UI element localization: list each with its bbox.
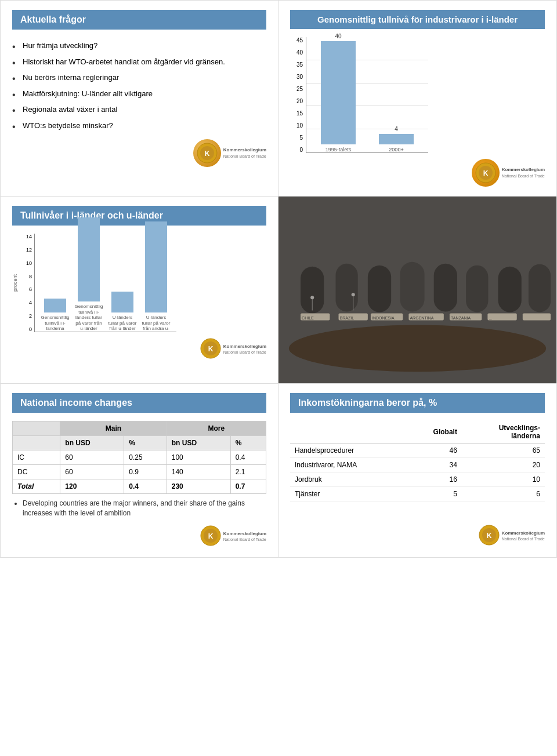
table-row: DC 60 0.9 140 2.1 bbox=[13, 465, 266, 479]
logo-line1-3: Kommerskollegium bbox=[223, 344, 266, 350]
logo-line1: Kommerskollegium bbox=[223, 147, 266, 153]
third-row: National income changes Main More bn USD… bbox=[0, 384, 557, 558]
bar-col-2: 4 2000+ bbox=[376, 126, 417, 152]
top-row: Aktuella frågor Hur främja utveckling? H… bbox=[0, 0, 557, 197]
row3-label: Total bbox=[13, 479, 60, 494]
third-right-title: Inkomstökningarna beror på, % bbox=[290, 393, 545, 413]
logo-text-4: Kommerskollegium National Board of Trade bbox=[223, 531, 266, 542]
logo-text: Kommerskollegium National Board of Trade bbox=[223, 147, 266, 158]
inkomst-row2-label: Industrivaror, NAMA bbox=[290, 458, 407, 472]
inkomst-row-1: Handelsprocedurer 46 65 bbox=[290, 444, 545, 458]
top-right-title: Genomsnittlig tullnivå för industrivaror… bbox=[290, 10, 545, 29]
row2-bnusd1: 60 bbox=[60, 465, 124, 479]
logo-container-4: K Kommerskollegium National Board of Tra… bbox=[200, 525, 266, 548]
y10: 10 bbox=[290, 122, 303, 129]
table-row-total: Total 120 0.4 230 0.7 bbox=[13, 479, 266, 494]
y25: 25 bbox=[290, 86, 303, 92]
sy6: 6 bbox=[21, 286, 32, 292]
bar-col-1: 40 1995-talets bbox=[318, 33, 359, 152]
row1-bnusd2: 100 bbox=[167, 450, 230, 465]
logo-icon-5: K bbox=[479, 525, 500, 547]
third-left-title: National income changes bbox=[12, 393, 266, 413]
third-left-logo-area: K Kommerskollegium National Board of Tra… bbox=[12, 525, 266, 548]
logo-container-2: K Kommerskollegium National Board of Tra… bbox=[472, 159, 545, 187]
bar1-label-top: 40 bbox=[335, 33, 341, 39]
second-right-panel: CHILE BRAZIL INDONESIA ARGENTINA TANZANI… bbox=[278, 197, 557, 384]
inkomst-row4-globalt: 5 bbox=[407, 487, 462, 501]
inkomst-row2-globalt: 34 bbox=[407, 458, 462, 472]
row3-pct2: 0.7 bbox=[230, 479, 266, 494]
inkomst-th-empty bbox=[290, 421, 407, 444]
second-left-logo-area: K Kommerskollegium National Board of Tra… bbox=[12, 338, 266, 361]
footnote-list: Developing countries are the major winne… bbox=[12, 494, 266, 519]
inkomst-row-2: Industrivaror, NAMA 34 20 bbox=[290, 458, 545, 472]
third-right-panel: Inkomstökningarna beror på, % Globalt Ut… bbox=[278, 384, 557, 558]
th-bnusd2: bn USD bbox=[167, 436, 230, 450]
y45: 45 bbox=[290, 37, 303, 43]
top-left-panel: Aktuella frågor Hur främja utveckling? H… bbox=[0, 0, 278, 197]
small-bar-col-4: U-länders tullar på varor från andra u- bbox=[142, 221, 171, 332]
second-chart-y-label: procent bbox=[12, 234, 18, 332]
sy14: 14 bbox=[21, 234, 32, 239]
inkomst-row3-utveck: 10 bbox=[462, 472, 545, 487]
third-right-logo-area: K Kommerskollegium National Board of Tra… bbox=[290, 525, 545, 547]
table-row: IC 60 0.25 100 0.4 bbox=[13, 450, 266, 465]
second-chart-y-axis: 0 2 4 6 8 10 12 14 bbox=[21, 234, 32, 332]
logo-line2-4: National Board of Trade bbox=[223, 537, 266, 542]
logo-line1-5: Kommerskollegium bbox=[502, 530, 545, 536]
small-bar2-x: Genomsnittlig tullnivå i i-länders tulla… bbox=[74, 304, 103, 332]
y40: 40 bbox=[290, 49, 303, 56]
inkomst-table: Globalt Utvecklings-länderna Handelsproc… bbox=[290, 421, 545, 501]
th-pct1: % bbox=[124, 436, 167, 450]
y5: 5 bbox=[290, 135, 303, 141]
logo-container-3: K Kommerskollegium National Board of Tra… bbox=[200, 338, 266, 361]
svg-text:K: K bbox=[208, 345, 213, 353]
logo-container-5: K Kommerskollegium National Board of Tra… bbox=[479, 525, 545, 547]
inkomst-row1-label: Handelsprocedurer bbox=[290, 444, 407, 458]
logo-svg-5: K bbox=[479, 525, 500, 546]
top-left-bullets: Hur främja utveckling? Historiskt har WT… bbox=[12, 38, 266, 133]
row2-pct2: 2.1 bbox=[230, 465, 266, 479]
logo-text-3: Kommerskollegium National Board of Trade bbox=[223, 344, 266, 355]
logo-line2-5: National Board of Trade bbox=[502, 536, 545, 541]
inkomst-row3-globalt: 16 bbox=[407, 472, 462, 487]
second-chart-inner: Genomsnittlig tullnivå i i-länderna Geno… bbox=[34, 234, 176, 332]
inkomst-row-4: Tjänster 5 6 bbox=[290, 487, 545, 501]
logo-icon: K bbox=[193, 139, 221, 167]
inkomst-th-utveck: Utvecklings-länderna bbox=[462, 421, 545, 444]
sy2: 2 bbox=[21, 313, 32, 319]
row2-pct1: 0.9 bbox=[124, 465, 167, 479]
sy0: 0 bbox=[21, 326, 32, 332]
th-pct2: % bbox=[230, 436, 266, 450]
logo-svg: K bbox=[197, 143, 218, 163]
y0: 0 bbox=[290, 147, 303, 153]
y30: 30 bbox=[290, 74, 303, 80]
y20: 20 bbox=[290, 98, 303, 104]
inkomst-row2-utveck: 20 bbox=[462, 458, 545, 472]
th-main: Main bbox=[60, 421, 167, 436]
logo-svg-2: K bbox=[475, 162, 496, 183]
inkomst-row3-label: Jordbruk bbox=[290, 472, 407, 487]
footnote-item: Developing countries are the major winne… bbox=[23, 497, 266, 519]
inkomst-row4-label: Tjänster bbox=[290, 487, 407, 501]
svg-text:K: K bbox=[204, 150, 209, 158]
meeting-photo: CHILE BRAZIL INDONESIA ARGENTINA TANZANI… bbox=[278, 197, 556, 383]
sy4: 4 bbox=[21, 300, 32, 306]
row1-pct2: 0.4 bbox=[230, 450, 266, 465]
logo-text-5: Kommerskollegium National Board of Trade bbox=[502, 530, 545, 541]
top-right-logo-area: K Kommerskollegium National Board of Tra… bbox=[290, 159, 545, 187]
bullet-6: WTO:s betydelse minskar? bbox=[12, 118, 266, 134]
small-bar4-x: U-länders tullar på varor från andra u- bbox=[142, 315, 171, 332]
top-chart-wrapper: 0 5 10 15 20 25 30 35 40 45 bbox=[290, 37, 545, 153]
inkomst-row1-utveck: 65 bbox=[462, 444, 545, 458]
th-bnusd1: bn USD bbox=[60, 436, 124, 450]
second-chart-wrapper: procent 0 2 4 6 8 10 12 14 Genomsnitt bbox=[12, 234, 266, 332]
sy10: 10 bbox=[21, 260, 32, 266]
bar2-x-label: 2000+ bbox=[376, 147, 417, 152]
second-left-panel: Tullnivåer i i-länder och u-länder proce… bbox=[0, 197, 278, 384]
row2-bnusd2: 140 bbox=[167, 465, 230, 479]
bullet-4: Maktförskjutning: U-länder allt viktigar… bbox=[12, 86, 266, 102]
logo-container: K Kommerskollegium National Board of Tra… bbox=[193, 139, 266, 167]
small-bar3-x: U-länders tullar på varor från u-länder bbox=[108, 315, 137, 332]
bullet-2: Historiskt har WTO-arbetet handlat om åt… bbox=[12, 54, 266, 70]
